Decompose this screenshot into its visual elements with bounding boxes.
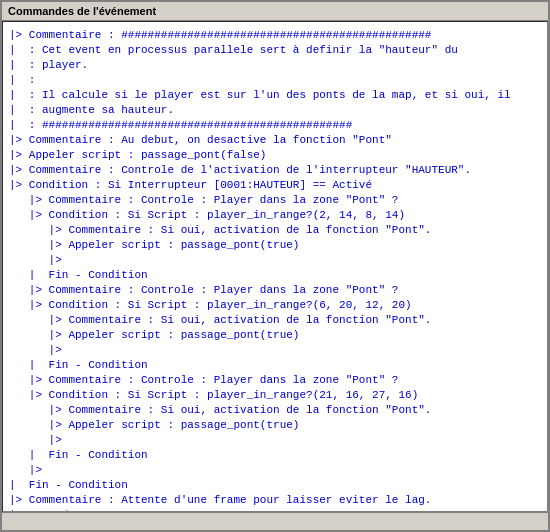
line-28[interactable]: |>: [9, 433, 541, 448]
line-7[interactable]: | : ####################################…: [9, 118, 541, 133]
line-26[interactable]: |> Commentaire : Si oui, activation de l…: [9, 403, 541, 418]
line-21[interactable]: |> Appeler script : passage_pont(true): [9, 328, 541, 343]
line-18[interactable]: |> Commentaire : Controle : Player dans …: [9, 283, 541, 298]
line-15[interactable]: |> Appeler script : passage_pont(true): [9, 238, 541, 253]
line-14[interactable]: |> Commentaire : Si oui, activation de l…: [9, 223, 541, 238]
line-32[interactable]: |> Commentaire : Attente d'une frame pou…: [9, 493, 541, 508]
code-block: |> Commentaire : #######################…: [5, 26, 545, 512]
title-bar: Commandes de l'événement: [2, 2, 548, 21]
line-30[interactable]: |>: [9, 463, 541, 478]
line-13[interactable]: |> Condition : Si Script : player_in_ran…: [9, 208, 541, 223]
line-1[interactable]: |> Commentaire : #######################…: [9, 28, 541, 43]
line-19[interactable]: |> Condition : Si Script : player_in_ran…: [9, 298, 541, 313]
line-5[interactable]: | : Il calcule si le player est sur l'un…: [9, 88, 541, 103]
line-11[interactable]: |> Condition : Si Interrupteur [0001:HAU…: [9, 178, 541, 193]
window-title: Commandes de l'événement: [8, 5, 156, 17]
line-20[interactable]: |> Commentaire : Si oui, activation de l…: [9, 313, 541, 328]
line-17[interactable]: | Fin - Condition: [9, 268, 541, 283]
main-window: Commandes de l'événement |> Commentaire …: [0, 0, 550, 532]
line-2[interactable]: | : Cet event en processus parallele ser…: [9, 43, 541, 58]
line-12[interactable]: |> Commentaire : Controle : Player dans …: [9, 193, 541, 208]
line-22[interactable]: |>: [9, 343, 541, 358]
line-24[interactable]: |> Commentaire : Controle : Player dans …: [9, 373, 541, 388]
line-10[interactable]: |> Commentaire : Controle de l'activatio…: [9, 163, 541, 178]
line-31[interactable]: | Fin - Condition: [9, 478, 541, 493]
line-8[interactable]: |> Commentaire : Au debut, on desactive …: [9, 133, 541, 148]
code-content-area[interactable]: |> Commentaire : #######################…: [2, 21, 548, 512]
line-29[interactable]: | Fin - Condition: [9, 448, 541, 463]
line-6[interactable]: | : augmente sa hauteur.: [9, 103, 541, 118]
line-25[interactable]: |> Condition : Si Script : player_in_ran…: [9, 388, 541, 403]
status-bar: [2, 512, 548, 530]
line-3[interactable]: | : player.: [9, 58, 541, 73]
line-27[interactable]: |> Appeler script : passage_pont(true): [9, 418, 541, 433]
line-16[interactable]: |>: [9, 253, 541, 268]
line-23[interactable]: | Fin - Condition: [9, 358, 541, 373]
line-4[interactable]: | :: [9, 73, 541, 88]
line-9[interactable]: |> Appeler script : passage_pont(false): [9, 148, 541, 163]
